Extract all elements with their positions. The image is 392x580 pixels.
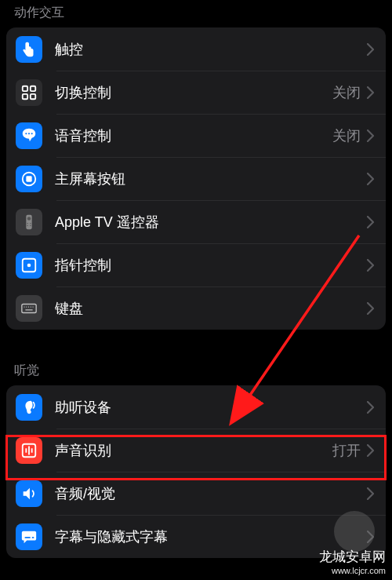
svg-point-6: [31, 133, 33, 134]
chevron-right-icon: [367, 173, 375, 185]
svg-point-14: [30, 224, 31, 225]
row-voice-control[interactable]: 语音控制 关闭: [6, 114, 386, 157]
label-audio-visual: 音频/视觉: [55, 484, 367, 503]
appletv-remote-icon: [16, 209, 42, 235]
svg-point-4: [25, 133, 27, 134]
value-switch-control: 关闭: [332, 83, 361, 102]
value-sound-recognition: 打开: [332, 441, 361, 460]
svg-rect-29: [32, 537, 34, 538]
row-subtitles[interactable]: 字幕与隐藏式字幕: [6, 515, 386, 558]
row-keyboard[interactable]: 键盘: [6, 286, 386, 330]
svg-point-13: [27, 224, 27, 225]
label-home-button: 主屏幕按钮: [55, 170, 367, 188]
chevron-right-icon: [367, 401, 375, 414]
row-touch[interactable]: 触控: [6, 27, 386, 71]
row-sound-recognition[interactable]: 声音识别 打开: [6, 429, 386, 472]
group-hearing: 助听设备 声音识别 打开 音频/视觉 字幕与隐藏式字幕: [6, 385, 386, 558]
subtitles-icon: [16, 523, 42, 550]
label-appletv-remote: Apple TV 遥控器: [55, 213, 367, 232]
section-header-hearing: 听觉: [0, 358, 392, 385]
chevron-right-icon: [367, 43, 375, 56]
row-appletv-remote[interactable]: Apple TV 遥控器: [6, 200, 386, 243]
chevron-right-icon: [367, 302, 375, 315]
section-header-interaction: 动作交互: [0, 0, 392, 27]
label-pointer-control: 指针控制: [55, 256, 367, 275]
label-switch-control: 切换控制: [55, 83, 332, 102]
watermark-line2: www.lcjcr.com: [319, 566, 386, 575]
svg-point-16: [27, 263, 31, 267]
svg-point-10: [27, 217, 31, 221]
row-pointer-control[interactable]: 指针控制: [6, 243, 386, 286]
chevron-right-icon: [367, 216, 375, 228]
label-sound-recognition: 声音识别: [55, 441, 332, 460]
svg-point-11: [27, 223, 27, 224]
row-hearing-devices[interactable]: 助听设备: [6, 385, 386, 429]
svg-rect-28: [25, 537, 31, 538]
value-voice-control: 关闭: [332, 126, 361, 145]
sound-recognition-icon: [16, 437, 42, 464]
svg-rect-2: [23, 93, 27, 98]
svg-rect-3: [31, 93, 35, 98]
chevron-right-icon: [367, 259, 375, 272]
svg-rect-17: [22, 304, 36, 312]
voice-control-icon: [16, 122, 42, 149]
assistive-touch-button[interactable]: [334, 511, 375, 552]
keyboard-icon: [16, 295, 42, 322]
row-audio-visual[interactable]: 音频/视觉: [6, 472, 386, 515]
label-touch: 触控: [55, 40, 367, 59]
svg-point-12: [30, 223, 31, 224]
chevron-right-icon: [367, 487, 375, 500]
label-voice-control: 语音控制: [55, 126, 332, 145]
chevron-right-icon: [367, 129, 375, 142]
home-button-icon: [16, 166, 42, 192]
label-keyboard: 键盘: [55, 299, 367, 318]
svg-point-5: [28, 133, 30, 134]
touch-icon: [16, 36, 42, 63]
hearing-devices-icon: [16, 394, 42, 421]
group-interaction: 触控 切换控制 关闭 语音控制 关闭 主屏幕按钮 Apple TV 遥控器: [6, 27, 386, 330]
pointer-control-icon: [16, 252, 42, 279]
chevron-right-icon: [367, 86, 375, 99]
label-subtitles: 字幕与隐藏式字幕: [55, 527, 367, 546]
svg-rect-8: [26, 176, 31, 181]
audio-visual-icon: [16, 480, 42, 507]
label-hearing-devices: 助听设备: [55, 398, 367, 417]
switch-control-icon: [16, 79, 42, 106]
chevron-right-icon: [367, 444, 375, 457]
svg-rect-1: [31, 86, 35, 90]
row-home-button[interactable]: 主屏幕按钮: [6, 157, 386, 200]
row-switch-control[interactable]: 切换控制 关闭: [6, 71, 386, 114]
svg-rect-0: [23, 86, 27, 90]
